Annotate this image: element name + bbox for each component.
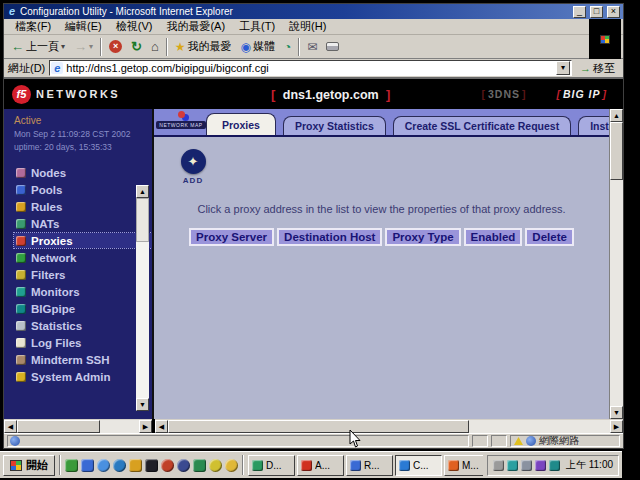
- taskbar-task-button[interactable]: R...: [346, 455, 393, 476]
- taskbar-task-button[interactable]: M...: [444, 455, 483, 476]
- back-button[interactable]: ← 上一頁 ▾: [7, 38, 69, 55]
- quick-launch-icon[interactable]: [65, 459, 78, 472]
- refresh-button[interactable]: ↻: [127, 39, 146, 55]
- favorites-button[interactable]: ★ 我的最愛: [171, 38, 236, 55]
- quick-launch-icon[interactable]: [129, 459, 142, 472]
- sidebar-item[interactable]: NATs: [14, 216, 152, 231]
- quick-launch-icon[interactable]: [161, 459, 174, 472]
- menu-item[interactable]: 說明(H): [282, 19, 333, 34]
- address-input-wrap: e ▾: [49, 60, 572, 76]
- quick-launch-icon[interactable]: [177, 459, 190, 472]
- add-circle[interactable]: ✦: [181, 149, 206, 174]
- quick-launch-icon[interactable]: [97, 459, 110, 472]
- sidebar-item[interactable]: System Admin: [14, 369, 152, 384]
- scroll-up-button[interactable]: ▲: [136, 185, 149, 198]
- menu-item[interactable]: 檔案(F): [8, 19, 58, 34]
- main-scrollbar[interactable]: ▲ ▼: [609, 109, 623, 419]
- back-dropdown-icon[interactable]: ▾: [61, 42, 65, 51]
- go-label: 移至: [593, 61, 615, 76]
- menu-item[interactable]: 工具(T): [232, 19, 282, 34]
- sidebar-item-label: Filters: [31, 269, 66, 281]
- sidebar-item[interactable]: BIGpipe: [14, 301, 152, 316]
- tab[interactable]: Proxies: [206, 113, 276, 135]
- scroll-up-button[interactable]: ▲: [610, 109, 623, 122]
- task-button-label: R...: [364, 460, 380, 471]
- sidebar-item-label: BIGpipe: [31, 303, 75, 315]
- forward-dropdown-icon[interactable]: ▾: [89, 42, 93, 51]
- tab[interactable]: Proxy Statistics: [283, 116, 386, 135]
- taskbar-task-button[interactable]: D...: [248, 455, 295, 476]
- quick-launch-icon[interactable]: [113, 459, 126, 472]
- scroll-left-button[interactable]: ◀: [155, 420, 168, 433]
- sidebar-item[interactable]: Monitors: [14, 284, 152, 299]
- sidebar-item[interactable]: Pools: [14, 182, 152, 197]
- toolbar-separator: [166, 38, 168, 56]
- sidebar-item[interactable]: Network: [14, 250, 152, 265]
- sidebar-scrollbar[interactable]: ▲ ▼: [136, 185, 149, 411]
- title-bar[interactable]: e Configuration Utility - Microsoft Inte…: [4, 4, 623, 19]
- taskbar-task-button[interactable]: A...: [297, 455, 344, 476]
- status-bar: 網際網路: [4, 433, 623, 448]
- sidebar-item[interactable]: Statistics: [14, 318, 152, 333]
- scroll-down-button[interactable]: ▼: [610, 406, 623, 419]
- media-button[interactable]: ◉ 媒體: [237, 38, 279, 55]
- tray-icon[interactable]: [493, 460, 504, 471]
- scroll-thumb[interactable]: [610, 122, 623, 180]
- minimize-button[interactable]: _: [573, 6, 586, 18]
- scroll-thumb[interactable]: [136, 198, 149, 242]
- print-button[interactable]: [322, 41, 343, 52]
- main-hscrollbar[interactable]: ◀ ▶: [155, 419, 623, 433]
- menu-item[interactable]: 我的最愛(A): [159, 19, 232, 34]
- sidebar-item[interactable]: Proxies: [14, 233, 152, 248]
- stop-button[interactable]: ×: [105, 39, 126, 54]
- scroll-right-button[interactable]: ▶: [139, 420, 152, 433]
- address-dropdown-button[interactable]: ▾: [556, 61, 570, 75]
- taskbar-task-button[interactable]: C...: [395, 455, 442, 476]
- scroll-track[interactable]: [17, 420, 139, 433]
- scroll-track[interactable]: [136, 198, 149, 398]
- header-product-label: [3DNS]: [479, 88, 528, 100]
- forward-button[interactable]: → ▾: [70, 39, 97, 55]
- go-button[interactable]: → 移至: [576, 61, 619, 76]
- proxy-table-header-row: Proxy ServerDestination HostProxy TypeEn…: [154, 228, 623, 246]
- tray-icon[interactable]: [549, 460, 560, 471]
- quick-launch-icon[interactable]: [145, 459, 158, 472]
- mail-button[interactable]: ✉: [303, 39, 321, 55]
- tab[interactable]: Create SSL Certificate Request: [393, 116, 571, 135]
- media-icon: ◉: [241, 40, 251, 54]
- system-tray: 上午 11:00: [487, 455, 619, 476]
- add-button[interactable]: ✦ ADD: [178, 149, 208, 185]
- sidebar-item[interactable]: Log Files: [14, 335, 152, 350]
- scroll-track[interactable]: [168, 420, 610, 433]
- quick-launch-icon[interactable]: [81, 459, 94, 472]
- sidebar-item[interactable]: Filters: [14, 267, 152, 282]
- task-button-icon: [448, 460, 459, 471]
- scroll-down-button[interactable]: ▼: [136, 398, 149, 411]
- scroll-thumb[interactable]: [17, 420, 100, 433]
- scroll-left-button[interactable]: ◀: [4, 420, 17, 433]
- sidebar-item[interactable]: Mindterm SSH: [14, 352, 152, 367]
- maximize-button[interactable]: □: [590, 6, 603, 18]
- history-button[interactable]: ◔: [280, 39, 295, 55]
- scroll-track[interactable]: [610, 122, 623, 406]
- home-button[interactable]: ⌂: [147, 39, 163, 55]
- scroll-thumb[interactable]: [168, 420, 469, 433]
- close-button[interactable]: ×: [607, 6, 620, 18]
- sidebar-item[interactable]: Nodes: [14, 165, 152, 180]
- sidebar-hscrollbar[interactable]: ◀ ▶: [4, 419, 152, 433]
- tray-icon[interactable]: [535, 460, 546, 471]
- address-input[interactable]: [66, 61, 553, 75]
- menu-item[interactable]: 編輯(E): [58, 19, 109, 34]
- scroll-right-button[interactable]: ▶: [610, 420, 623, 433]
- sidebar-item-icon: [16, 287, 26, 297]
- network-map-button[interactable]: NETWORK MAP: [158, 111, 204, 129]
- quick-launch-icon[interactable]: [225, 459, 238, 472]
- menu-item[interactable]: 檢視(V): [109, 19, 160, 34]
- sidebar-item[interactable]: Rules: [14, 199, 152, 214]
- tray-icon[interactable]: [521, 460, 532, 471]
- sidebar-item-icon: [16, 338, 26, 348]
- start-button[interactable]: 開始: [3, 455, 55, 476]
- quick-launch-icon[interactable]: [193, 459, 206, 472]
- tray-icon[interactable]: [507, 460, 518, 471]
- quick-launch-icon[interactable]: [209, 459, 222, 472]
